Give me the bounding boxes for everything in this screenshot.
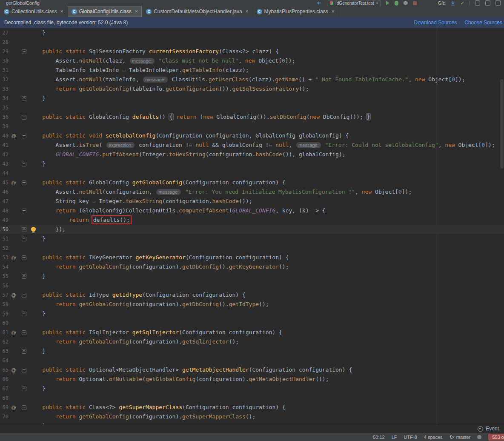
code-line[interactable]: 41 Assert.isTrue( expression: configurat… (0, 140, 504, 150)
line-number[interactable]: 49 (0, 217, 9, 223)
code-line[interactable]: 28 (0, 37, 504, 47)
code-line[interactable]: 29 public static SqlSessionFactory curre… (0, 47, 504, 56)
line-number[interactable]: 35 (0, 105, 9, 111)
fold-end-icon[interactable] (22, 227, 26, 232)
coverage-button[interactable] (404, 1, 408, 5)
code-line[interactable]: 51 } (0, 234, 504, 243)
fold-gutter[interactable] (19, 312, 29, 316)
fold-gutter[interactable] (19, 255, 29, 260)
line-number[interactable]: 42 (0, 152, 9, 158)
fold-end-icon[interactable] (22, 349, 26, 354)
code-line[interactable]: 65@ public static Optional<MetaObjectHan… (0, 365, 504, 375)
line-number[interactable]: 43 (0, 161, 9, 167)
line-separator[interactable]: LF (392, 435, 397, 440)
code-line[interactable]: 49 return defaults(); (0, 215, 504, 225)
fold-end-icon[interactable] (22, 96, 26, 101)
fold-start-icon[interactable] (22, 115, 26, 120)
git-update-icon[interactable] (450, 0, 455, 6)
code-editor[interactable]: 27 }2829 public static SqlSessionFactory… (0, 28, 504, 424)
run-configuration-select[interactable]: IdGeneratorTest.test ▾ (327, 0, 381, 6)
line-number[interactable]: 55 (0, 273, 9, 279)
line-number[interactable]: 29 (0, 49, 9, 54)
code-line[interactable]: 30 Assert.notNull(clazz, message: "Class… (0, 56, 504, 66)
code-line[interactable]: 61@ public static ISqlInjector getSqlInj… (0, 328, 504, 337)
code-line[interactable]: 57@ public static IdType getIdType(Confi… (0, 290, 504, 300)
line-number[interactable]: 44 (0, 170, 9, 176)
line-number[interactable]: 47 (0, 198, 9, 204)
line-number[interactable]: 61 (0, 329, 9, 335)
line-number[interactable]: 56 (0, 283, 9, 289)
code-line[interactable]: 48 return (GlobalConfig)CollectionUtils.… (0, 206, 504, 215)
line-number[interactable]: 58 (0, 301, 9, 307)
fold-start-icon[interactable] (22, 49, 26, 54)
line-number[interactable]: 53 (0, 255, 9, 261)
fold-end-icon[interactable] (22, 274, 26, 279)
tab-globalconfigutils[interactable]: C GlobalConfigUtils.class × (68, 6, 142, 17)
fold-start-icon[interactable] (22, 405, 26, 410)
run-button[interactable] (386, 1, 389, 5)
memory-indicator[interactable]: 553 of (488, 434, 504, 441)
code-line[interactable]: 44 (0, 169, 504, 178)
code-line[interactable]: 46 Assert.notNull(configuration, message… (0, 187, 504, 197)
fold-gutter[interactable] (19, 115, 29, 120)
line-number[interactable]: 54 (0, 264, 9, 270)
code-line[interactable]: 55 } (0, 272, 504, 281)
fold-gutter[interactable] (19, 227, 29, 232)
fold-start-icon[interactable] (22, 209, 26, 213)
code-line[interactable]: 63 } (0, 346, 504, 356)
line-number[interactable]: 46 (0, 189, 9, 195)
line-number[interactable]: 45 (0, 180, 9, 186)
code-line[interactable]: 66 return Optional.ofNullable(getGlobalC… (0, 375, 504, 384)
fold-gutter[interactable] (19, 349, 29, 354)
line-number[interactable]: 34 (0, 95, 9, 101)
fold-start-icon[interactable] (22, 368, 26, 372)
fold-end-icon[interactable] (22, 387, 26, 391)
line-number[interactable]: 36 (0, 114, 9, 120)
line-number[interactable]: 48 (0, 208, 9, 214)
fold-start-icon[interactable] (22, 134, 26, 138)
code-line[interactable]: 50 }); (0, 225, 504, 234)
indent-style[interactable]: 4 spaces (424, 435, 443, 440)
code-line[interactable]: 68 (0, 393, 504, 403)
fold-gutter[interactable] (19, 162, 29, 166)
fold-gutter[interactable] (19, 293, 29, 298)
fold-gutter[interactable] (19, 49, 29, 54)
line-number[interactable]: 51 (0, 236, 9, 242)
event-log-button[interactable]: Event (486, 426, 499, 432)
line-number[interactable]: 64 (0, 358, 9, 364)
line-number[interactable]: 60 (0, 320, 9, 326)
code-line[interactable]: 33 return getGlobalConfig(tableInfo.getC… (0, 84, 504, 94)
annotation-fold-marker[interactable]: @ (9, 292, 19, 298)
debug-button[interactable] (395, 1, 398, 6)
code-line[interactable]: 36 public static GlobalConfig defaults()… (0, 112, 504, 122)
line-number[interactable]: 71 (0, 423, 9, 424)
fold-gutter[interactable] (19, 387, 29, 391)
fold-gutter[interactable] (19, 405, 29, 410)
code-line[interactable]: 47 String key = Integer.toHexString(conf… (0, 197, 504, 206)
toolbar-icon[interactable] (495, 0, 501, 6)
code-line[interactable]: 31 TableInfo tableInfo = TableInfoHelper… (0, 66, 504, 75)
tab-collectionutils[interactable]: C CollectionUtils.class × (0, 6, 68, 17)
line-number[interactable]: 31 (0, 67, 9, 73)
stop-button[interactable] (413, 1, 417, 5)
code-line[interactable]: 52 (0, 243, 504, 253)
annotation-fold-marker[interactable]: @ (9, 255, 19, 260)
line-number[interactable]: 33 (0, 86, 9, 92)
code-line[interactable]: 39 (0, 122, 504, 131)
code-line[interactable]: 62 return getGlobalConfig(configuration)… (0, 337, 504, 346)
line-number[interactable]: 50 (0, 226, 9, 232)
line-number[interactable]: 40 (0, 133, 9, 139)
code-line[interactable]: 71 } (0, 421, 504, 424)
fold-gutter[interactable] (19, 237, 29, 241)
choose-sources-link[interactable]: Choose Sources (464, 20, 502, 26)
code-line[interactable]: 59 } (0, 309, 504, 318)
annotation-fold-marker[interactable]: @ (9, 330, 19, 335)
close-tab-icon[interactable]: × (135, 9, 138, 14)
code-line[interactable]: 60 (0, 318, 504, 328)
annotation-fold-marker[interactable]: @ (9, 367, 19, 372)
line-number[interactable]: 32 (0, 77, 9, 83)
code-line[interactable]: 42 GLOBAL_CONFIG.putIfAbsent(Integer.toH… (0, 150, 504, 159)
fold-gutter[interactable] (19, 368, 29, 372)
code-line[interactable]: 34 } (0, 94, 504, 103)
code-line[interactable]: 32 Assert.notNull(tableInfo, message: Cl… (0, 75, 504, 84)
